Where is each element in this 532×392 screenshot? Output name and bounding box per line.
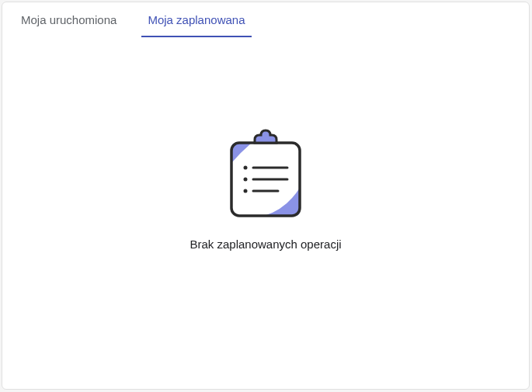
operations-panel: Moja uruchomiona Moja zaplanowana Brak z… <box>2 2 530 390</box>
svg-point-2 <box>244 178 248 182</box>
empty-state-message: Brak zaplanowanych operacji <box>190 238 341 251</box>
svg-point-1 <box>244 166 248 170</box>
tab-bar: Moja uruchomiona Moja zaplanowana <box>2 2 529 37</box>
clipboard-icon <box>224 129 308 222</box>
svg-point-3 <box>244 189 248 193</box>
tab-scheduled[interactable]: Moja zaplanowana <box>141 2 251 37</box>
empty-state: Brak zaplanowanych operacji <box>2 37 529 389</box>
tab-running[interactable]: Moja uruchomiona <box>15 2 123 37</box>
